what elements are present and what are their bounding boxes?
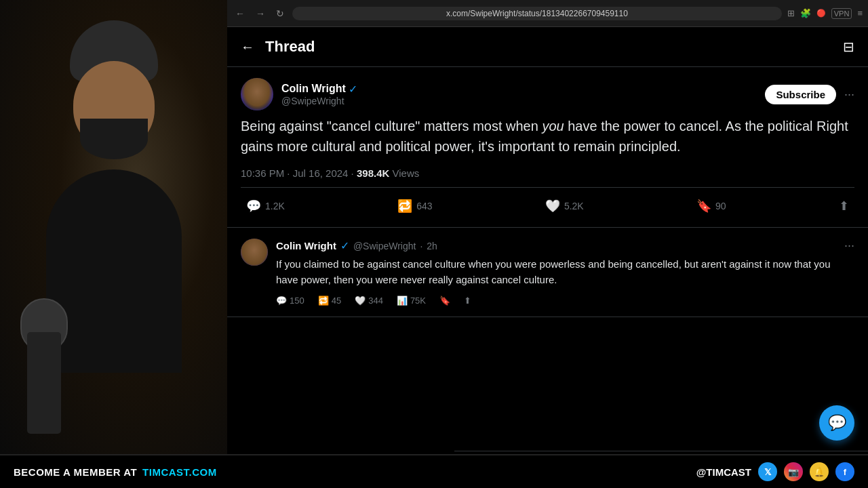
- bottom-banner: BECOME A MEMBER AT TIMCAST.COM @TIMCAST …: [0, 454, 868, 488]
- reply-time: ·: [420, 241, 422, 251]
- body: [46, 169, 182, 373]
- author-handle: @SwipeWright: [281, 96, 357, 106]
- banner-right: @TIMCAST 𝕏 📷 🔔 f: [696, 462, 854, 481]
- reply-tweet: Colin Wright ✓ @SwipeWright · 2h ··· If …: [227, 228, 868, 317]
- tweet-content: Being against "cancel culture" matters m…: [241, 116, 854, 157]
- refresh-button[interactable]: ↻: [273, 7, 287, 20]
- address-bar[interactable]: x.com/SwipeWright/status/181340226670945…: [292, 7, 782, 20]
- like-count: 5.2K: [564, 201, 584, 211]
- reply-share-icon: ⬆: [464, 296, 471, 306]
- subscribe-button[interactable]: Subscribe: [765, 85, 836, 104]
- reply-retweet-icon: 🔁: [318, 296, 329, 306]
- back-button[interactable]: ←: [233, 7, 248, 20]
- main-tweet: Colin Wright ✓ @SwipeWright Subscribe ··…: [227, 67, 868, 228]
- banner-left: BECOME A MEMBER AT TIMCAST.COM: [14, 466, 217, 478]
- reply-share-action[interactable]: ⬆: [464, 296, 471, 306]
- reply-like-count: 344: [368, 296, 383, 306]
- reply-header-row: Colin Wright ✓ @SwipeWright · 2h ···: [276, 239, 854, 253]
- verified-badge: ✓: [349, 83, 357, 96]
- timcast-url: TIMCAST.COM: [142, 466, 217, 478]
- facebook-social-icon[interactable]: f: [835, 462, 854, 481]
- timcast-handle: @TIMCAST: [696, 466, 751, 478]
- reply-row: Colin Wright ✓ @SwipeWright · 2h ··· If …: [241, 239, 854, 306]
- forward-button[interactable]: →: [253, 7, 268, 20]
- reader-mode-icon[interactable]: ⊟: [843, 39, 854, 55]
- thread-title: Thread: [265, 38, 315, 56]
- bookmark-icon[interactable]: ⊞: [787, 8, 795, 18]
- url-text: x.com/SwipeWright/status/181340226670945…: [446, 9, 628, 18]
- facebook-icon: f: [844, 467, 846, 477]
- reply-views-count: 75K: [410, 296, 426, 306]
- share-icon: ⬆: [839, 199, 849, 214]
- retweet-action[interactable]: 🔁 643: [392, 196, 437, 216]
- reply-more-options[interactable]: ···: [844, 239, 854, 253]
- browser-chrome: ← → ↻ x.com/SwipeWright/status/181340226…: [227, 0, 868, 27]
- compose-fab[interactable]: 💬: [819, 405, 854, 441]
- tweet-text-part1: Being against "cancel culture" matters m…: [241, 119, 542, 134]
- author-text: Colin Wright ✓ @SwipeWright: [281, 83, 357, 106]
- retweet-count: 643: [416, 201, 432, 211]
- tweet-text-italic: you: [542, 119, 564, 134]
- reply-content: Colin Wright ✓ @SwipeWright · 2h ··· If …: [276, 239, 854, 306]
- extensions-icon[interactable]: 🧩: [800, 8, 811, 18]
- reply-text: If you claimed to be against cancel cult…: [276, 257, 854, 287]
- tweet-meta: 10:36 PM · Jul 16, 2024 · 398.4K Views: [241, 167, 854, 188]
- reply-retweet-action[interactable]: 🔁 45: [318, 296, 341, 306]
- thread-header: ← Thread | ⊟: [227, 27, 868, 67]
- reply-replies-count: 150: [290, 296, 304, 306]
- menu-icon[interactable]: ≡: [857, 8, 863, 18]
- reply-actions: 💬 150 🔁 45 🤍 344 📊 7: [276, 296, 854, 306]
- like-action[interactable]: 🤍 5.2K: [540, 196, 589, 216]
- bookmark-icon: 🔖: [696, 199, 711, 214]
- reply-author-inline: Colin Wright ✓ @SwipeWright · 2h: [276, 239, 437, 252]
- reply-icon: 💬: [246, 199, 261, 214]
- reply-author-handle: @SwipeWright: [353, 241, 416, 251]
- reply-bookmark-action[interactable]: 🔖: [439, 296, 450, 306]
- twitter-social-icon[interactable]: 𝕏: [758, 462, 777, 481]
- bell-icon: 🔔: [814, 467, 825, 477]
- vpn-icon[interactable]: VPN: [831, 8, 852, 19]
- author-name-row: Colin Wright ✓: [281, 83, 357, 96]
- microphone-stand: [27, 332, 61, 434]
- video-panel: [0, 0, 227, 454]
- become-text: BECOME A MEMBER AT: [14, 466, 137, 478]
- bookmark-action[interactable]: 🔖 90: [691, 196, 732, 216]
- instagram-social-icon[interactable]: 📷: [784, 462, 803, 481]
- bell-social-icon[interactable]: 🔔: [810, 462, 829, 481]
- reply-like-icon: 🤍: [355, 296, 366, 306]
- tweet-timestamp: 10:36 PM · Jul 16, 2024 ·: [241, 167, 357, 179]
- cursor: |: [326, 41, 328, 52]
- tweet-views-label: Views: [389, 167, 419, 179]
- twitter-panel: ← Thread | ⊟ Colin Wright ✓: [227, 27, 868, 488]
- author-name: Colin Wright: [281, 83, 346, 95]
- thread-back: ← Thread |: [241, 38, 328, 56]
- tweet-views-count: 398.4K: [357, 167, 389, 179]
- share-action[interactable]: ⬆: [833, 196, 854, 216]
- beard: [80, 119, 148, 159]
- tweet-author-row: Colin Wright ✓ @SwipeWright Subscribe ··…: [241, 78, 854, 110]
- reply-count: 1.2K: [265, 201, 285, 211]
- more-options-button[interactable]: ···: [844, 87, 854, 102]
- instagram-icon: 📷: [788, 467, 799, 477]
- reply-like-action[interactable]: 🤍 344: [355, 296, 383, 306]
- reply-reply-icon: 💬: [276, 296, 287, 306]
- tweet-actions: 💬 1.2K 🔁 643 🤍 5.2K 🔖 90 ⬆: [241, 196, 854, 216]
- back-arrow[interactable]: ←: [241, 39, 254, 55]
- reply-bookmark-icon: 🔖: [439, 296, 450, 306]
- avatar[interactable]: [241, 78, 273, 110]
- browser-toolbar: ⊞ 🧩 🔴 VPN ≡: [787, 8, 863, 19]
- reply-verified-badge: ✓: [340, 239, 349, 252]
- compose-fab-icon: 💬: [828, 414, 846, 432]
- retweet-icon: 🔁: [397, 199, 412, 214]
- twitter-bird-icon: 𝕏: [764, 467, 771, 477]
- reply-views-action[interactable]: 📊 75K: [397, 296, 426, 306]
- tweet-author-info: Colin Wright ✓ @SwipeWright: [241, 78, 357, 110]
- reply-action[interactable]: 💬 1.2K: [241, 196, 290, 216]
- reply-avatar[interactable]: [241, 239, 268, 266]
- reply-reply-action[interactable]: 💬 150: [276, 296, 304, 306]
- reply-retweet-count: 45: [332, 296, 341, 306]
- bookmark-count: 90: [715, 201, 726, 211]
- account-icon[interactable]: 🔴: [816, 9, 826, 18]
- reply-views-icon: 📊: [397, 296, 408, 306]
- reply-author-name: Colin Wright: [276, 240, 336, 251]
